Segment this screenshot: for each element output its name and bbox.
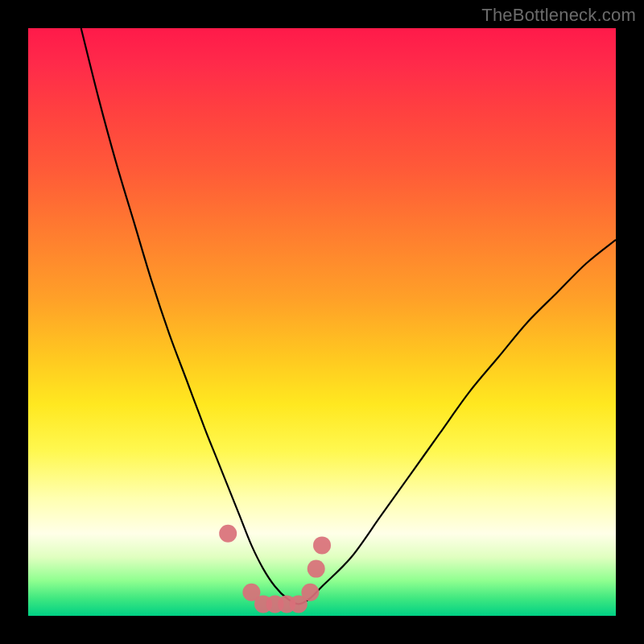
curve-layer — [28, 28, 616, 616]
plot-area — [28, 28, 616, 616]
marker-dot — [301, 584, 319, 601]
marker-group — [219, 525, 331, 613]
watermark-text: TheBottleneck.com — [481, 5, 636, 26]
bottleneck-curve — [81, 28, 616, 604]
chart-frame: TheBottleneck.com — [0, 0, 644, 644]
marker-dot — [313, 536, 331, 554]
marker-dot — [308, 560, 325, 578]
marker-dot — [219, 525, 237, 543]
